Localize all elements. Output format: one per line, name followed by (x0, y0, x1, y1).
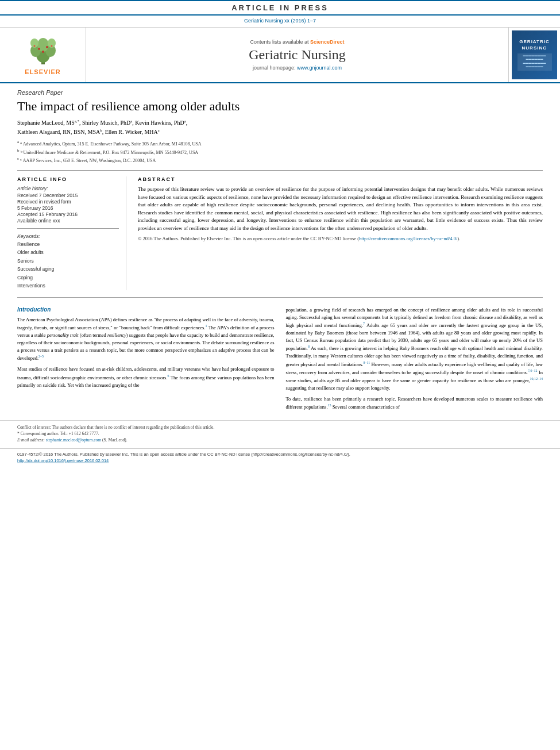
abstract-text: The purpose of this literature review wa… (138, 186, 543, 243)
doi-link[interactable]: http://dx.doi.org/10.1016/j.gerinuse.201… (17, 458, 109, 463)
main-text-section: Introduction The American Psychological … (17, 306, 543, 414)
main-left-col: Introduction The American Psychological … (17, 306, 275, 414)
gn-logo-block: GERIATRIC NURSING ▬▬▬▬▬▬▬▬▬▬▬▬▬▬▬▬▬▬▬▬▬▬… (508, 28, 560, 82)
main-right-col: population, a growing field of research … (286, 306, 543, 414)
svg-point-7 (38, 48, 40, 50)
article-in-press-banner: ARTICLE IN PRESS (0, 0, 560, 16)
divider-2 (17, 228, 119, 229)
cc-license-link[interactable]: http://creativecommons.org/licenses/by-n… (359, 236, 457, 241)
article-main-title: The impact of resilience among older adu… (17, 99, 543, 114)
keyword-older-adults: Older adults (17, 248, 119, 256)
science-direct-line: Contents lists available at ScienceDirec… (250, 39, 344, 45)
gn-logo-box: GERIATRIC NURSING ▬▬▬▬▬▬▬▬▬▬▬▬▬▬▬▬▬▬▬▬▬▬… (512, 30, 557, 79)
elsevier-brand-text: ELSEVIER (25, 68, 60, 75)
corresponding-note: * Corresponding author. Tel.: +1 612 642… (17, 430, 543, 437)
svg-point-11 (51, 45, 52, 47)
journal-title: Geriatric Nursing (249, 47, 346, 63)
bottom-issn: 0197-4572/© 2016 The Authors. Published … (17, 451, 543, 457)
history-label: Article history: (17, 186, 119, 191)
bottom-doi: http://dx.doi.org/10.1016/j.gerinuse.201… (17, 457, 543, 464)
accepted-date: Accepted 15 February 2016 (17, 211, 119, 217)
journal-ref-line: Geriatric Nursing xx (2016) 1–7 (0, 18, 560, 24)
divider-3 (17, 297, 543, 298)
available-online: Available online xxx (17, 218, 119, 224)
introduction-title: Introduction (17, 306, 275, 313)
intro-right-text: population, a growing field of research … (286, 306, 543, 411)
svg-point-10 (33, 45, 35, 47)
received-date: Received 7 December 2015 (17, 193, 119, 198)
authors-line: Stephanie MacLeod, MSa,*, Shirley Musich… (17, 118, 543, 136)
bottom-bar: 0197-4572/© 2016 The Authors. Published … (0, 448, 560, 467)
email-link[interactable]: stephanie.macleod@optum.com (46, 437, 101, 443)
article-info-header: ARTICLE INFO (17, 176, 119, 182)
article-type-label: Research Paper (17, 89, 543, 96)
elsevier-tree-icon (23, 34, 63, 66)
keywords-section: Keywords: Resilience Older adults Senior… (17, 233, 119, 290)
divider-1 (17, 170, 543, 171)
keyword-resilience: Resilience (17, 240, 119, 248)
article-body: Research Paper The impact of resilience … (0, 89, 560, 414)
abstract-header: ABSTRACT (138, 176, 543, 182)
info-abstract-section: ARTICLE INFO Article history: Received 7… (17, 176, 543, 290)
keyword-coping: Coping (17, 274, 119, 282)
received-revised-label: Received in revised form (17, 199, 119, 205)
svg-point-8 (46, 46, 48, 48)
elsevier-logo-block: ELSEVIER (0, 28, 86, 82)
keyword-successful-aging: Successful aging (17, 265, 119, 273)
keyword-seniors: Seniors (17, 257, 119, 265)
journal-header: ELSEVIER Contents lists available at Sci… (0, 27, 560, 83)
keyword-interventions: Interventions (17, 282, 119, 290)
svg-point-9 (42, 51, 44, 53)
intro-left-text: The American Psychological Association (… (17, 316, 275, 389)
keywords-label: Keywords: (17, 233, 119, 239)
article-info-col: ARTICLE INFO Article history: Received 7… (17, 176, 126, 290)
gn-logo-title: GERIATRIC NURSING (515, 39, 554, 51)
email-note: E-mail address: stephanie.macleod@optum.… (17, 437, 543, 443)
main-two-col: Introduction The American Psychological … (17, 306, 543, 414)
revised-date: 5 February 2016 (17, 205, 119, 211)
affiliations-block: a ᵃ Advanced Analytics, Optum, 315 E. Ei… (17, 139, 543, 164)
abstract-copyright: © 2016 The Authors. Published by Elsevie… (138, 235, 543, 243)
article-footer: Conflict of interest: The authors declar… (0, 420, 560, 448)
conflict-note: Conflict of interest: The authors declar… (17, 424, 543, 430)
journal-center-block: Contents lists available at ScienceDirec… (86, 28, 508, 82)
journal-homepage-line: journal homepage: www.gnjournal.com (253, 65, 342, 71)
abstract-col: ABSTRACT The purpose of this literature … (138, 176, 543, 290)
article-history-block: Article history: Received 7 December 201… (17, 186, 119, 224)
